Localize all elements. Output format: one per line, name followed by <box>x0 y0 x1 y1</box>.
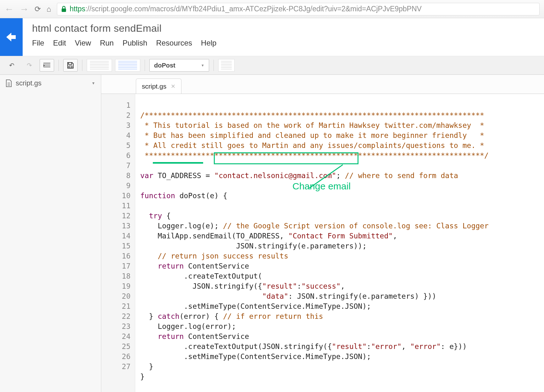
code-editor[interactable]: 1 2 3 4 5 6 7 8 9 10 11 12 13 14 15 16 1… <box>101 94 544 392</box>
tab-strip: script.gs ✕ <box>101 75 544 94</box>
sidebar-file[interactable]: script.gs ▼ <box>6 79 95 87</box>
annotation-label: Change email <box>292 181 351 191</box>
editor-area: script.gs ✕ 1 2 3 4 5 6 7 8 9 10 11 12 1… <box>101 75 544 392</box>
redo-button[interactable]: ↷ <box>22 59 36 72</box>
address-bar[interactable]: https://script.google.com/macros/d/MYfb2… <box>57 3 540 15</box>
chevron-down-icon: ▼ <box>92 81 95 85</box>
undo-button[interactable]: ↶ <box>4 59 19 72</box>
tab-label: script.gs <box>142 83 166 90</box>
function-dropdown-label: doPost <box>154 62 175 69</box>
chevron-down-icon: ▼ <box>201 63 204 67</box>
browser-bar: ← → ⟳ ⌂ https://script.google.com/macros… <box>0 0 544 18</box>
menu-edit[interactable]: Edit <box>53 39 66 47</box>
menu-help[interactable]: Help <box>201 39 216 47</box>
menu-publish[interactable]: Publish <box>123 39 147 47</box>
close-icon[interactable]: ✕ <box>171 83 175 90</box>
svg-rect-0 <box>62 8 66 12</box>
project-title[interactable]: html contact form sendEmail <box>32 23 216 34</box>
file-sidebar: script.gs ▼ <box>0 75 101 392</box>
menu-view[interactable]: View <box>75 39 91 47</box>
reload-icon[interactable]: ⟳ <box>35 5 41 14</box>
function-dropdown[interactable]: doPost ▼ <box>149 59 209 72</box>
main-area: script.gs ▼ script.gs ✕ 1 2 3 4 5 6 7 8 … <box>0 75 544 392</box>
app-header: html contact form sendEmail File Edit Vi… <box>0 18 544 56</box>
toolbar: ↶ ↷ doPost ▼ <box>0 56 544 75</box>
preview-thumb-3[interactable] <box>218 59 235 72</box>
url-text: https://script.google.com/macros/d/MYfb2… <box>70 5 422 13</box>
line-gutter: 1 2 3 4 5 6 7 8 9 10 11 12 13 14 15 16 1… <box>101 94 135 392</box>
forward-icon[interactable]: → <box>19 4 29 14</box>
save-button[interactable] <box>63 59 78 72</box>
menu-file[interactable]: File <box>32 39 44 47</box>
menu-resources[interactable]: Resources <box>156 39 192 47</box>
back-icon[interactable]: ← <box>4 4 14 14</box>
preview-thumb-1[interactable] <box>87 59 112 72</box>
menu-bar: File Edit View Run Publish Resources Hel… <box>32 39 216 47</box>
tab-script[interactable]: script.gs ✕ <box>136 79 181 94</box>
sidebar-file-label: script.gs <box>16 79 42 87</box>
annotation-underline <box>153 162 203 164</box>
home-icon[interactable]: ⌂ <box>47 5 51 14</box>
preview-thumb-2[interactable] <box>115 59 140 72</box>
app-logo[interactable] <box>0 18 23 56</box>
code-content[interactable]: /***************************************… <box>135 94 544 392</box>
indent-button[interactable] <box>40 59 54 72</box>
menu-run[interactable]: Run <box>100 39 114 47</box>
lock-icon <box>61 6 67 13</box>
file-icon <box>6 79 12 87</box>
